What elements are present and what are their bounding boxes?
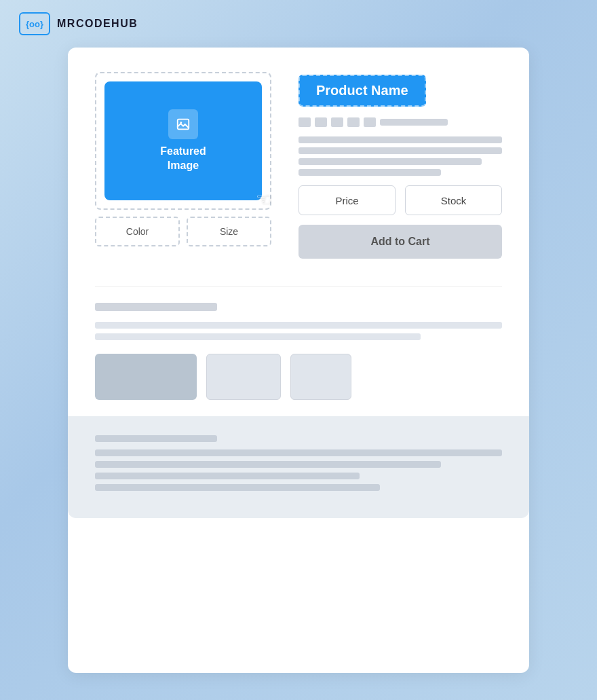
star-2 bbox=[315, 117, 327, 127]
product-name-text: Product Name bbox=[316, 83, 408, 98]
stars-text-skeleton bbox=[380, 119, 448, 126]
add-to-cart-button[interactable]: Add to Cart bbox=[298, 225, 502, 259]
logo-symbol: {oo} bbox=[26, 19, 43, 29]
variants-row: Color Size bbox=[95, 217, 271, 246]
color-label: Color bbox=[126, 226, 149, 237]
product-info-section: Product Name Price bbox=[298, 72, 502, 259]
product-name-badge[interactable]: Product Name bbox=[298, 75, 426, 107]
desc-line-2 bbox=[95, 333, 421, 340]
header: {oo} MRCODEHUB bbox=[0, 0, 597, 48]
image-section: FeaturedImage ☜ Color Size bbox=[95, 72, 271, 259]
sk-line-2 bbox=[298, 147, 502, 154]
star-5 bbox=[364, 117, 376, 127]
desc-heading-skeleton bbox=[95, 303, 217, 311]
stock-label: Stock bbox=[441, 195, 467, 206]
image-outer-border: FeaturedImage ☜ bbox=[95, 72, 271, 210]
sk-line-1 bbox=[298, 136, 502, 143]
sk-line-4 bbox=[298, 169, 441, 176]
star-1 bbox=[298, 117, 311, 127]
description-section bbox=[95, 286, 502, 400]
stars-row bbox=[298, 117, 502, 127]
desc-line-1 bbox=[95, 322, 502, 329]
star-4 bbox=[347, 117, 360, 127]
footer-line-3 bbox=[95, 473, 360, 479]
cursor-icon: ☜ bbox=[256, 189, 271, 210]
product-card: FeaturedImage ☜ Color Size Product Name bbox=[68, 48, 529, 673]
description-skeleton bbox=[298, 136, 502, 176]
related-images-row bbox=[95, 354, 502, 400]
size-variant-box[interactable]: Size bbox=[187, 217, 271, 246]
gray-footer-section bbox=[68, 416, 529, 518]
price-stock-row: Price Stock bbox=[298, 185, 502, 215]
featured-image-label: FeaturedImage bbox=[160, 145, 206, 173]
featured-image-box[interactable]: FeaturedImage ☜ bbox=[104, 81, 262, 200]
desc-lines bbox=[95, 322, 502, 340]
logo-text: MRCODEHUB bbox=[57, 18, 138, 30]
footer-line-1 bbox=[95, 449, 502, 456]
related-image-2[interactable] bbox=[206, 354, 281, 400]
size-label: Size bbox=[220, 226, 238, 237]
star-3 bbox=[331, 117, 343, 127]
price-label: Price bbox=[335, 195, 358, 206]
image-placeholder-icon bbox=[168, 109, 198, 139]
product-top-section: FeaturedImage ☜ Color Size Product Name bbox=[95, 72, 502, 259]
price-box: Price bbox=[298, 185, 396, 215]
footer-skeleton-lines bbox=[95, 435, 502, 491]
footer-line-heading bbox=[95, 435, 217, 442]
related-image-1[interactable] bbox=[95, 354, 197, 400]
logo-icon: {oo} bbox=[19, 12, 50, 35]
sk-line-3 bbox=[298, 158, 482, 165]
stock-box: Stock bbox=[405, 185, 502, 215]
footer-line-2 bbox=[95, 461, 441, 468]
color-variant-box[interactable]: Color bbox=[95, 217, 180, 246]
related-image-3[interactable] bbox=[290, 354, 351, 400]
footer-line-4 bbox=[95, 484, 380, 491]
